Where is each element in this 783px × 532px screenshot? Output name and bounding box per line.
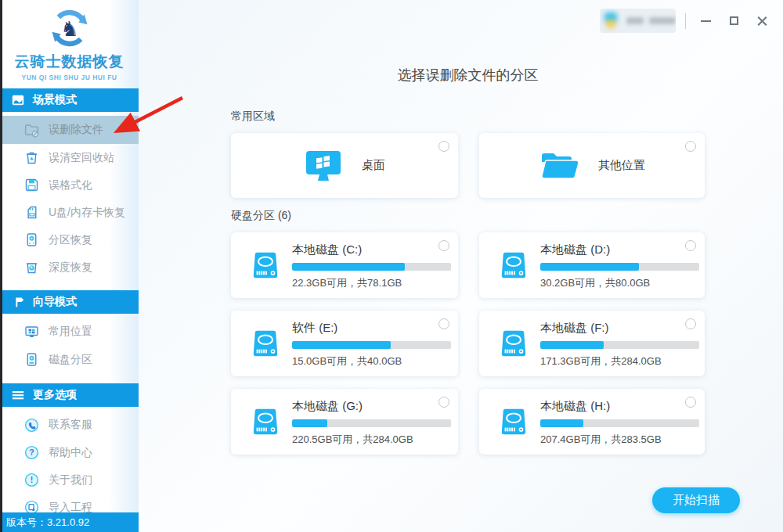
account-badge-blurred[interactable] (600, 9, 676, 33)
section-label: 场景模式 (33, 93, 77, 107)
sidebar-item-label: 关于我们 (49, 473, 92, 487)
partition-detail: 220.5GB可用，共284.0GB (292, 433, 453, 447)
sidebar-item-label: 磁盘分区 (49, 353, 92, 367)
app-window: ♞ 云骑士数据恢复 YUN QI SHI SHU JU HUI FU 场景模式 … (0, 0, 783, 532)
sidebar-item-label: 帮助中心 (49, 446, 92, 460)
partition-card-d[interactable]: 本地磁盘 (D:) 30.2GB可用，共80.0GB (479, 232, 705, 298)
usage-bar-fill (540, 341, 604, 349)
sidebar-item-about-us[interactable]: ! 关于我们 (0, 466, 139, 494)
radio-partition-g[interactable] (438, 397, 449, 408)
common-card-desktop[interactable]: 桌面 (231, 133, 458, 198)
usage-bar-fill (540, 263, 639, 271)
main-panel: 选择误删除文件的分区 常用区域 桌面 (139, 0, 783, 532)
common-card-label: 其他位置 (598, 158, 645, 173)
usage-bar (540, 341, 699, 349)
titlebar-divider (685, 13, 686, 29)
disk-partition-icon (23, 351, 40, 368)
sidebar-item-usb-card-recovery[interactable]: U盘/内存卡恢复 (0, 199, 139, 226)
partition-name: 本地磁盘 (H:) (540, 399, 701, 414)
common-card-label: 桌面 (362, 158, 385, 173)
sidebar-item-deleted-file[interactable]: 误删除文件 (0, 116, 139, 144)
about-us-icon: ! (23, 472, 40, 488)
radio-partition-h[interactable] (685, 397, 696, 408)
deleted-file-icon (23, 122, 40, 138)
usage-bar-fill (292, 419, 327, 427)
partition-card-c[interactable]: 本地磁盘 (C:) 22.3GB可用，共78.1GB (231, 232, 458, 298)
sidebar-item-label: U盘/内存卡恢复 (49, 206, 125, 220)
common-card-other-location[interactable]: 其他位置 (479, 133, 705, 198)
maximize-button[interactable] (723, 11, 744, 31)
sidebar-item-recycle-bin[interactable]: 误清空回收站 (0, 144, 139, 171)
start-scan-button[interactable]: 开始扫描 (652, 487, 740, 513)
hard-drive-icon (251, 329, 280, 358)
sidebar-item-label: 误格式化 (49, 178, 92, 192)
version-label: 版本号：3.21.0.92 (6, 516, 89, 530)
sidebar-item-label: 联系客服 (49, 418, 92, 432)
blurred-text (626, 17, 644, 24)
radio-partition-d[interactable] (685, 240, 696, 251)
app-subtitle: YUN QI SHI SHU JU HUI FU (0, 74, 139, 81)
section-header-scene-mode: 场景模式 (0, 88, 139, 112)
partition-card-g[interactable]: 本地磁盘 (G:) 220.5GB可用，共284.0GB (231, 389, 458, 455)
usage-bar (292, 419, 451, 427)
app-title: 云骑士数据恢复 (0, 52, 139, 72)
partition-name: 本地磁盘 (D:) (540, 243, 701, 257)
sidebar-item-label: 误清空回收站 (49, 151, 114, 165)
hard-drive-icon (499, 407, 529, 437)
radio-other-location[interactable] (685, 141, 696, 152)
radio-partition-c[interactable] (438, 240, 449, 251)
logo-recycle-knight-icon: ♞ (46, 5, 93, 52)
sidebar-item-format[interactable]: 误格式化 (0, 171, 139, 199)
svg-text:!: ! (31, 475, 34, 484)
partition-detail: 22.3GB可用，共78.1GB (292, 276, 453, 290)
radio-partition-e[interactable] (438, 318, 449, 329)
svg-text:♞: ♞ (60, 17, 79, 41)
sidebar-item-help-center[interactable]: ? 帮助中心 (0, 439, 139, 466)
more-options-icon (11, 388, 25, 402)
partition-name: 本地磁盘 (C:) (292, 243, 453, 257)
partition-detail: 30.2GB可用，共80.0GB (540, 276, 701, 290)
sidebar-item-label: 分区恢复 (49, 233, 92, 247)
sidebar-item-common-location[interactable]: 常用位置 (0, 318, 139, 346)
account-avatar-icon (604, 13, 621, 29)
content-area: 选择误删除文件的分区 常用区域 桌面 (231, 0, 705, 455)
deep-recovery-icon (23, 259, 40, 275)
sidebar-item-contact-support[interactable]: 联系客服 (0, 411, 139, 439)
radio-desktop[interactable] (438, 141, 449, 152)
hard-drive-icon (251, 250, 280, 280)
partition-card-f[interactable]: 本地磁盘 (F:) 171.3GB可用，共284.0GB (479, 311, 705, 376)
section-header-wizard-mode: 向导模式 (0, 290, 139, 314)
close-button[interactable] (752, 11, 772, 31)
wizard-mode-icon (11, 295, 25, 309)
sidebar-item-disk-partition[interactable]: 磁盘分区 (0, 346, 139, 373)
help-center-icon: ? (23, 444, 40, 461)
window-left-border (0, 0, 2, 532)
maximize-icon (730, 16, 738, 25)
partition-detail: 171.3GB可用，共284.0GB (540, 354, 701, 368)
usage-bar (540, 263, 699, 271)
partition-card-h[interactable]: 本地磁盘 (H:) 207.4GB可用，共283.5GB (479, 389, 705, 455)
sidebar-item-label: 深度恢复 (49, 261, 92, 275)
minimize-button[interactable] (695, 11, 716, 31)
common-area-label: 常用区域 (231, 110, 705, 124)
hard-drive-icon (499, 250, 529, 280)
hard-drive-icon (499, 329, 529, 358)
contact-support-icon (23, 417, 40, 433)
partition-detail: 207.4GB可用，共283.5GB (540, 433, 701, 447)
sidebar-item-partition-recovery[interactable]: 分区恢复 (0, 226, 139, 253)
sidebar-item-label: 常用位置 (49, 325, 92, 339)
version-bar: 版本号：3.21.0.92 (0, 512, 139, 532)
partition-card-e[interactable]: 软件 (E:) 15.0GB可用，共40.0GB (231, 311, 458, 376)
partition-name: 本地磁盘 (F:) (540, 321, 701, 336)
sidebar-item-deep-recovery[interactable]: 深度恢复 (0, 253, 139, 281)
radio-partition-f[interactable] (685, 318, 696, 329)
usage-bar (292, 263, 451, 271)
blurred-text (649, 17, 676, 24)
usb-card-icon (23, 204, 40, 221)
format-icon (23, 177, 40, 193)
folder-icon (539, 149, 579, 182)
section-label: 更多选项 (33, 388, 77, 402)
minimize-icon (701, 20, 711, 22)
usage-bar (540, 419, 699, 427)
common-location-icon (23, 324, 40, 340)
